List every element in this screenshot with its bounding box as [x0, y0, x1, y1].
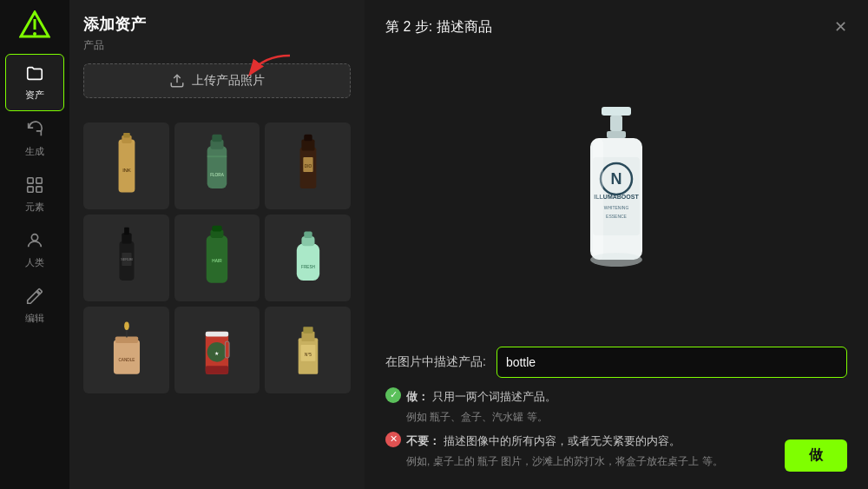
check-icon: ✓: [385, 387, 401, 403]
left-panel-title: 添加资产: [83, 14, 351, 35]
svg-rect-62: [593, 138, 603, 260]
svg-text:HAIR: HAIR: [213, 259, 223, 263]
tip-do: ✓ 做： 只用一两个词描述产品。 例如 瓶子、盒子、汽水罐 等。: [385, 387, 847, 427]
svg-rect-13: [207, 146, 227, 188]
svg-rect-49: [303, 327, 312, 334]
right-panel-header: 第 2 步: 描述商品 ✕: [385, 17, 847, 36]
edit-icon: [25, 287, 44, 308]
product-img-7: CANDLE: [102, 315, 150, 385]
grid-icon: [25, 175, 44, 197]
arrow-annotation: [238, 51, 299, 83]
description-section: 在图片中描述产品: ✓ 做： 只用一两个词描述产品。 例如 瓶子、盒子、汽水罐 …: [385, 347, 847, 472]
left-panel: 添加资产 产品 上传产品照片: [69, 0, 365, 489]
svg-rect-19: [302, 139, 315, 150]
svg-rect-46: [226, 341, 230, 358]
sidebar-item-people[interactable]: 人类: [0, 222, 69, 278]
svg-rect-9: [118, 139, 135, 192]
svg-text:N°5: N°5: [305, 353, 312, 357]
svg-rect-53: [610, 116, 622, 131]
product-img-6: FRESH: [284, 223, 332, 293]
sidebar-item-elements[interactable]: 元素: [0, 167, 69, 222]
svg-rect-4: [36, 178, 42, 183]
svg-rect-15: [213, 135, 222, 142]
product-preview-wrapper: N ILLUMABOOST WHITENING ESSENCE: [547, 105, 686, 279]
product-cell-9[interactable]: N°5: [265, 307, 351, 393]
tip-dont: ✕ 不要： 描述图像中的所有内容，或者无关紧要的内容。 例如, 桌子上的 瓶子 …: [385, 431, 847, 472]
person-icon: [25, 231, 44, 253]
svg-text:N: N: [611, 170, 622, 188]
sidebar-item-elements-label: 元素: [25, 201, 44, 214]
product-img-4: SERUM: [102, 223, 150, 293]
folder-icon: [25, 63, 44, 85]
svg-point-39: [124, 322, 129, 330]
sidebar-item-generate[interactable]: 生成: [0, 111, 69, 167]
svg-rect-20: [304, 135, 312, 142]
svg-point-63: [590, 253, 642, 267]
svg-text:INK: INK: [122, 168, 131, 173]
svg-rect-42: [206, 332, 228, 337]
svg-rect-54: [607, 131, 626, 138]
x-icon: ✕: [385, 432, 401, 447]
svg-rect-34: [304, 231, 312, 238]
svg-rect-43: [206, 366, 228, 373]
upload-icon: [169, 73, 185, 89]
svg-text:★: ★: [215, 351, 220, 356]
product-img-1: INK: [102, 131, 150, 201]
svg-rect-5: [28, 187, 33, 192]
svg-rect-32: [297, 244, 319, 281]
product-cell-6[interactable]: FRESH: [265, 215, 351, 301]
left-panel-subtitle: 产品: [83, 38, 351, 53]
svg-rect-6: [36, 187, 42, 192]
svg-text:ESSENCE: ESSENCE: [606, 214, 628, 219]
action-button[interactable]: 做: [785, 439, 847, 472]
sidebar: 资产 生成 元素 人类: [0, 0, 69, 489]
right-panel: 第 2 步: 描述商品 ✕ N ILLUMABOOST: [365, 0, 868, 489]
svg-rect-16: [207, 155, 227, 157]
description-row: 在图片中描述产品:: [385, 347, 847, 378]
product-preview: N ILLUMABOOST WHITENING ESSENCE: [385, 54, 847, 329]
product-cell-8[interactable]: ★: [174, 307, 260, 393]
product-cell-2[interactable]: FLORA: [174, 122, 260, 209]
product-cell-5[interactable]: HAIR: [174, 215, 260, 301]
product-grid: INK FLORA DIO: [83, 122, 351, 393]
svg-rect-52: [602, 107, 631, 116]
tip-dont-text: 不要： 描述图像中的所有内容，或者无关紧要的内容。 例如, 桌子上的 瓶子 图片…: [406, 431, 723, 472]
description-label: 在图片中描述产品:: [385, 354, 486, 370]
app-logo: [19, 10, 50, 45]
svg-text:SERUM: SERUM: [121, 258, 133, 261]
upload-product-photo-button[interactable]: 上传产品照片: [83, 63, 351, 98]
svg-point-2: [33, 32, 36, 36]
product-img-8: ★: [193, 315, 240, 385]
svg-text:FLORA: FLORA: [211, 173, 226, 177]
svg-text:DIO: DIO: [305, 164, 312, 169]
svg-rect-11: [123, 133, 130, 138]
product-img-3: DIO: [284, 131, 332, 201]
svg-rect-25: [124, 228, 129, 235]
product-cell-3[interactable]: DIO: [265, 122, 351, 209]
step-title: 第 2 步: 描述商品: [385, 18, 492, 36]
close-button[interactable]: ✕: [834, 17, 847, 36]
sidebar-item-assets-label: 资产: [25, 89, 44, 102]
svg-rect-30: [213, 226, 222, 232]
product-cell-4[interactable]: SERUM: [83, 215, 169, 301]
sidebar-item-edit-label: 编辑: [25, 312, 44, 325]
description-input[interactable]: [496, 347, 847, 378]
refresh-icon: [25, 120, 44, 142]
svg-point-7: [31, 235, 37, 241]
svg-rect-37: [115, 336, 138, 343]
sidebar-item-assets[interactable]: 资产: [5, 54, 64, 111]
product-img-9: N°5: [284, 315, 332, 385]
product-cell-7[interactable]: CANDLE: [83, 307, 169, 393]
svg-text:FRESH: FRESH: [301, 265, 315, 269]
sidebar-item-people-label: 人类: [25, 256, 44, 269]
svg-text:WHITENING: WHITENING: [604, 205, 629, 210]
svg-text:CANDLE: CANDLE: [118, 358, 135, 362]
sidebar-item-edit[interactable]: 编辑: [0, 278, 69, 334]
product-img-5: HAIR: [193, 223, 240, 293]
product-cell-1[interactable]: INK: [83, 122, 169, 209]
tips-section: ✓ 做： 只用一两个词描述产品。 例如 瓶子、盒子、汽水罐 等。 ✕ 不要： 描…: [385, 387, 847, 472]
sidebar-item-generate-label: 生成: [25, 145, 44, 158]
product-preview-bottle: N ILLUMABOOST WHITENING ESSENCE: [560, 105, 673, 279]
product-img-2: FLORA: [193, 131, 240, 201]
tip-do-text: 做： 只用一两个词描述产品。 例如 瓶子、盒子、汽水罐 等。: [406, 387, 556, 427]
